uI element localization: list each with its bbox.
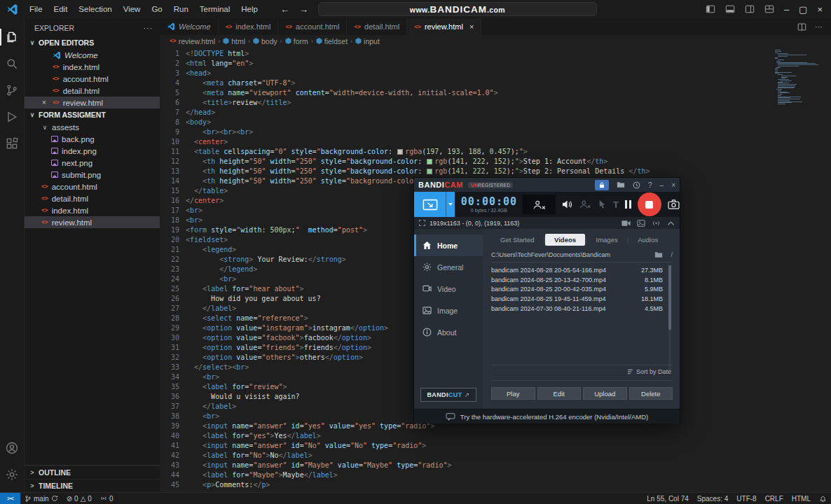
mouse-effect-icon[interactable]: [598, 200, 607, 209]
file-row[interactable]: bandicam 2024-08-25 20-13-42-700.mp48.1M…: [491, 275, 663, 285]
tab-detail-html[interactable]: <>detail.html: [347, 18, 407, 35]
screenshot-camera-icon[interactable]: [668, 200, 680, 209]
bandicam-nav-image[interactable]: Image: [414, 300, 483, 321]
file-review-html[interactable]: <>review.html: [25, 216, 160, 228]
record-area-button[interactable]: [414, 192, 446, 217]
bandicam-tab-images[interactable]: Images: [587, 234, 627, 246]
output-folder-path[interactable]: C:\Users\TechFever\Documents\Bandicam: [491, 251, 610, 258]
file-detail-html[interactable]: <>detail.html: [25, 192, 160, 204]
code-line[interactable]: 8<body>: [160, 118, 831, 127]
file-submit-png[interactable]: submit.png: [25, 169, 160, 181]
play-button[interactable]: Play: [491, 387, 535, 400]
file-row[interactable]: bandicam 2024-08-28 20-05-54-166.mp427.3…: [491, 265, 663, 275]
split-editor-icon[interactable]: [797, 22, 806, 31]
menu-selection[interactable]: Selection: [73, 0, 117, 18]
pause-button[interactable]: [625, 200, 631, 209]
bandicam-nav-about[interactable]: About: [414, 321, 483, 343]
customize-layout-icon[interactable]: [764, 4, 774, 14]
file-row[interactable]: bandicam 2024-08-25 19-45-11-459.mp418.1…: [491, 294, 663, 304]
close-editor-icon[interactable]: ×: [40, 99, 48, 106]
code-line[interactable]: 6 <title>review</title>: [160, 98, 831, 108]
account-icon[interactable]: [0, 435, 25, 461]
open-editor-detail[interactable]: <>detail.html: [25, 85, 160, 97]
code-line[interactable]: 10 <center>: [160, 137, 831, 147]
open-folder-icon[interactable]: [654, 251, 663, 258]
ports-status[interactable]: 0: [96, 495, 118, 503]
activitybar-explorer-icon[interactable]: [0, 24, 25, 50]
git-branch-status[interactable]: main: [20, 495, 62, 503]
activitybar-search-icon[interactable]: [0, 50, 25, 77]
file-list-scrollbar[interactable]: [668, 265, 671, 370]
upload-button[interactable]: Upload: [583, 387, 627, 400]
file-next-png[interactable]: next.png: [25, 157, 160, 169]
bandicam-titlebar[interactable]: BANDICAM UNREGISTERED ? – ×: [414, 178, 680, 192]
tab-account-html[interactable]: <>account.html: [278, 18, 347, 35]
code-line[interactable]: 41 <input name="answer" id="No" value="N…: [160, 441, 831, 451]
bandicam-nav-general[interactable]: General: [414, 256, 483, 278]
breadcrumb-file[interactable]: <>review.html: [170, 37, 215, 46]
menu-edit[interactable]: Edit: [48, 0, 74, 18]
toggle-sidebar-icon[interactable]: [706, 4, 715, 14]
bandicam-tab-videos[interactable]: Videos: [545, 234, 585, 246]
eol-setting[interactable]: CRLF: [761, 495, 788, 503]
command-center-searchbox[interactable]: www.BANDICAM.com: [318, 2, 597, 16]
scrollbar-thumb[interactable]: [668, 265, 671, 330]
stop-record-button[interactable]: [638, 192, 661, 216]
file-index-html[interactable]: <>index.html: [25, 204, 160, 216]
code-line[interactable]: 3<head>: [160, 69, 831, 78]
bandicam-footer-banner[interactable]: Try the hardware-accelerated H.264 encod…: [414, 409, 680, 424]
text-overlay-icon[interactable]: T: [613, 200, 619, 210]
code-line[interactable]: 9 <br><br><br>: [160, 127, 831, 137]
editor-more-actions-icon[interactable]: ···: [815, 22, 823, 31]
region-select-icon[interactable]: [419, 220, 425, 226]
open-editor-welcome[interactable]: Welcome: [25, 49, 160, 61]
code-line[interactable]: 1<!DOCTYPE html>: [160, 49, 831, 59]
video-mode-icon[interactable]: [621, 220, 631, 227]
bandicam-tab-audios[interactable]: Audios: [629, 234, 667, 246]
breadcrumb-fieldset[interactable]: fieldset: [316, 37, 348, 46]
open-editor-account[interactable]: <>account.html: [25, 73, 160, 85]
menu-terminal[interactable]: Terminal: [194, 0, 235, 18]
speaker-icon[interactable]: [562, 200, 572, 209]
open-editor-review[interactable]: × <>review.html: [25, 97, 160, 108]
tab-welcome[interactable]: Welcome: [160, 18, 219, 35]
outline-section-header[interactable]: > OUTLINE: [25, 465, 160, 479]
code-line[interactable]: 13 <th height="50" width="250" style="ba…: [160, 167, 831, 176]
open-editors-header[interactable]: ∨ OPEN EDITORS: [25, 36, 160, 49]
activitybar-run-debug-icon[interactable]: [0, 104, 25, 130]
notifications-bell-icon[interactable]: [815, 495, 831, 503]
toggle-panel-icon[interactable]: [725, 4, 735, 14]
activitybar-source-control-icon[interactable]: [0, 77, 25, 104]
code-line[interactable]: 44 <label for="Maybe">Maybe</label>: [160, 470, 831, 480]
edit-button[interactable]: Edit: [537, 387, 582, 400]
breadcrumb-body[interactable]: body: [253, 37, 277, 46]
menu-go[interactable]: Go: [146, 0, 167, 18]
file-row[interactable]: bandicam 2024-07-30 08-40-21-116.mp44.5M…: [491, 304, 663, 314]
code-line[interactable]: 4 <meta charset="UTF-8">: [160, 78, 831, 88]
code-line[interactable]: 45 <p>Comments:</p>: [160, 480, 831, 490]
indentation-setting[interactable]: Spaces: 4: [693, 495, 732, 503]
mic-narration-icon[interactable]: [579, 200, 591, 209]
clock-icon[interactable]: [633, 181, 640, 189]
folder-assests[interactable]: ∨ assests: [25, 121, 160, 133]
code-line[interactable]: 40 <label for="yes">Yes</label>: [160, 431, 831, 441]
code-line[interactable]: 11 <table cellspacing="0" style="backgro…: [160, 147, 831, 157]
bandicut-button[interactable]: BANDICUT ↗: [420, 388, 476, 402]
record-area-dropdown[interactable]: [446, 192, 455, 217]
menu-help[interactable]: Help: [235, 0, 263, 18]
open-editor-index[interactable]: <>index.html: [25, 61, 160, 73]
language-mode[interactable]: HTML: [788, 495, 815, 503]
file-index-png[interactable]: index.png: [25, 145, 160, 157]
collapse-chevron-icon[interactable]: [667, 220, 675, 226]
toggle-secondary-sidebar-icon[interactable]: [745, 4, 755, 14]
breadcrumb-form[interactable]: form: [285, 37, 308, 46]
tab-review-html[interactable]: <>review.html ×: [407, 18, 481, 35]
window-close-button[interactable]: ×: [817, 4, 823, 15]
encoding-setting[interactable]: UTF-8: [732, 495, 760, 503]
bandicam-minimize-button[interactable]: –: [660, 181, 664, 189]
remote-indicator[interactable]: ><: [0, 493, 20, 504]
bandicam-close-button[interactable]: ×: [671, 181, 675, 189]
cursor-position[interactable]: Ln 55, Col 74: [643, 495, 693, 503]
project-section-header[interactable]: ∨ FORM ASSIGMENT: [25, 108, 160, 121]
timeline-section-header[interactable]: > TIMELINE: [25, 479, 160, 492]
